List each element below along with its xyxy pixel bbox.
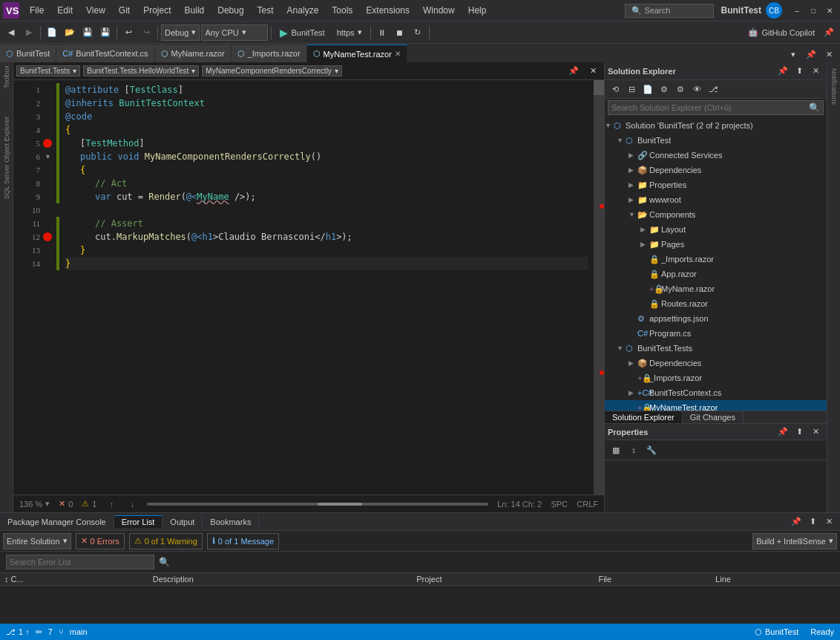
breadcrumb-close[interactable]: ✕ [585, 63, 601, 79]
notif-label[interactable]: Notifications [829, 65, 839, 108]
se-tb-collapse[interactable]: ⊟ [624, 82, 639, 97]
redo-button[interactable]: ↪ [138, 25, 154, 41]
se-float[interactable]: ⬆ [791, 63, 807, 79]
open-file-button[interactable]: 📂 [62, 25, 78, 41]
se-close[interactable]: ✕ [807, 63, 824, 79]
bottom-close[interactable]: ✕ [821, 514, 837, 530]
prop-sort[interactable]: ↕ [626, 442, 642, 458]
config-dropdown[interactable]: Debug ▾ [161, 25, 200, 41]
filter-dropdown[interactable]: Build + IntelliSense ▾ [752, 533, 837, 549]
down-nav[interactable]: ↓ [126, 500, 138, 509]
undo-button[interactable]: ↩ [120, 25, 137, 41]
prop-filter[interactable]: 🔧 [643, 442, 660, 458]
item-routes-razor[interactable]: ▶ 🔒 Routes.razor [605, 296, 827, 311]
item-properties[interactable]: ▶ 📁 Properties [605, 177, 827, 192]
save-all-button[interactable]: 💾 [97, 25, 114, 41]
prop-grid[interactable]: ▦ [608, 442, 624, 458]
prop-float[interactable]: ⬆ [791, 424, 807, 440]
bottom-tab-errors[interactable]: Error List [114, 515, 163, 528]
bottom-tab-pkgmgr[interactable]: Package Manager Console [0, 516, 114, 528]
item-imports-razor[interactable]: ▶ 🔒 _Imports.razor [605, 252, 827, 267]
errors-badge[interactable]: ✕ 0 Errors [76, 533, 125, 549]
item-test-imports[interactable]: ▶ +🔒 _Imports.razor [605, 370, 827, 385]
toolbox-label[interactable]: Toolbox [1, 62, 12, 91]
project-bunitest-tests[interactable]: ▼ ⬡ BunitTest.Tests [605, 341, 827, 356]
breadcrumb-pin[interactable]: 📌 [565, 63, 582, 79]
changes-count[interactable]: 7 [48, 627, 53, 636]
tab-imports[interactable]: ⬡ _Imports.razor [232, 45, 307, 62]
se-pin[interactable]: 📌 [775, 63, 791, 79]
menu-help[interactable]: Help [462, 4, 493, 17]
tab-overflow-button[interactable]: ▾ [785, 46, 801, 62]
col-line[interactable]: Line [711, 573, 840, 586]
item-layout[interactable]: ▶ 📁 Layout [605, 222, 827, 237]
scroll-indicator[interactable] [147, 503, 488, 506]
se-footer-tab-explorer[interactable]: Solution Explorer [605, 411, 683, 423]
se-search-input[interactable] [611, 103, 809, 112]
item-bunitcontext[interactable]: ▶ +C# BunitTestContext.cs [605, 385, 827, 400]
se-tb-filter[interactable]: ⚙ [657, 82, 672, 97]
run-button[interactable]: ▶ BunitTest [275, 25, 329, 41]
scope-dropdown[interactable]: Entire Solution ▾ [3, 533, 71, 549]
messages-badge[interactable]: ℹ 0 of 1 Message [207, 533, 279, 549]
prop-pin[interactable]: 📌 [775, 424, 791, 440]
bottom-tab-output[interactable]: Output [163, 516, 203, 528]
debug-btn2[interactable]: ⏹ [392, 25, 408, 41]
menu-search-box[interactable]: 🔍 Search [625, 4, 714, 18]
menu-tools[interactable]: Tools [326, 4, 358, 17]
menu-git[interactable]: Git [113, 4, 136, 17]
git-branch-name[interactable]: main [70, 627, 88, 636]
prop-close[interactable]: ✕ [807, 424, 824, 440]
item-mynametest[interactable]: ▶ +🔒 MyNameTest.razor [605, 400, 827, 411]
close-button[interactable]: ✕ [822, 3, 837, 18]
bottom-tab-bookmarks[interactable]: Bookmarks [203, 516, 259, 528]
error-search-box[interactable] [6, 555, 154, 569]
project-bunitest[interactable]: ▼ ⬡ BunitTest [605, 133, 827, 148]
tab-pin-button[interactable]: 📌 [803, 46, 819, 62]
back-button[interactable]: ◀ [3, 25, 19, 41]
platform-dropdown[interactable]: Any CPU ▾ [201, 25, 268, 41]
col-project[interactable]: Project [412, 573, 594, 586]
method-dropdown[interactable]: MyNameComponentRendersCorrectly ▾ [202, 65, 342, 76]
tab-mynametest[interactable]: ⬡ MyNameTest.razor ✕ [307, 45, 407, 62]
solution-root[interactable]: ▼ ⬡ Solution 'BunitTest' (2 of 2 project… [605, 118, 827, 133]
item-pages[interactable]: ▶ 📁 Pages [605, 237, 827, 252]
user-avatar[interactable]: CB [766, 2, 782, 19]
menu-debug[interactable]: Debug [211, 4, 249, 17]
menu-file[interactable]: File [24, 4, 50, 17]
col-category[interactable]: ↕ C... [0, 573, 148, 586]
project-indicator[interactable]: ⬡ BunitTest [755, 627, 798, 637]
col-description[interactable]: Description [148, 573, 412, 586]
tab-myname[interactable]: ⬡ MyName.razor [155, 45, 232, 62]
up-nav[interactable]: ↑ [105, 500, 117, 509]
menu-test[interactable]: Test [252, 4, 280, 17]
zoom-arrow[interactable]: ▾ [45, 499, 50, 509]
forward-button[interactable]: ▶ [21, 25, 37, 41]
sql-label[interactable]: SQL Server Object Explorer [1, 114, 12, 202]
bottom-pin[interactable]: 📌 [788, 514, 804, 530]
collapse-arrow-6[interactable]: ▼ [45, 153, 51, 160]
error-search-input[interactable] [10, 558, 151, 566]
menu-analyze[interactable]: Analyze [281, 4, 325, 17]
namespace-dropdown[interactable]: BunitTest.Tests ▾ [16, 65, 80, 76]
menu-view[interactable]: View [80, 4, 111, 17]
tab-bunitest[interactable]: ⬡ BunitTest [0, 45, 56, 62]
se-tb-git[interactable]: ⎇ [706, 82, 721, 97]
warnings-badge[interactable]: ⚠ 0 of 1 Warning [129, 533, 203, 549]
item-myname-razor[interactable]: ▶ +🔒 MyName.razor [605, 281, 827, 296]
debug-btn1[interactable]: ⏸ [374, 25, 390, 41]
col-file[interactable]: File [594, 573, 711, 586]
class-dropdown[interactable]: BunitTest.Tests.HelloWorldTest ▾ [83, 65, 199, 76]
se-tb-sync[interactable]: ⟲ [608, 82, 623, 97]
se-tb-showfiles[interactable]: 📄 [640, 82, 655, 97]
scrollbar-thumb[interactable] [594, 80, 604, 95]
debug-btn3[interactable]: ↻ [410, 25, 426, 41]
git-branch-indicator[interactable]: ⎇ 1 ↑ [6, 627, 30, 637]
tab-close-button[interactable]: ✕ [395, 50, 401, 58]
copilot-button[interactable]: 🤖 GitHub Copilot [744, 27, 819, 38]
editor-scrollbar[interactable] [594, 80, 604, 494]
item-components[interactable]: ▼ 📂 Components [605, 207, 827, 222]
item-tests-deps[interactable]: ▶ 📦 Dependencies [605, 356, 827, 370]
item-app-razor[interactable]: ▶ 🔒 App.razor [605, 267, 827, 281]
bottom-float[interactable]: ⬆ [804, 514, 821, 530]
